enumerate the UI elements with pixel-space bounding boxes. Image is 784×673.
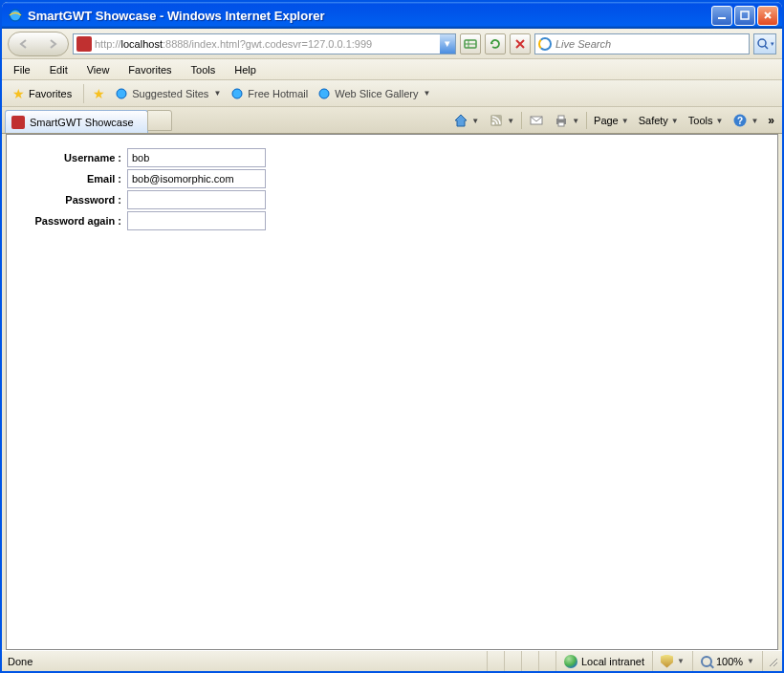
help-icon: ? xyxy=(732,113,748,128)
favorites-bar: ★ Favorites ★ Suggested Sites ▼ Free Hot… xyxy=(2,80,782,107)
svg-point-6 xyxy=(232,89,242,98)
address-bar[interactable]: http://localhost:8888/index.html?gwt.cod… xyxy=(73,33,456,54)
url-rest: :8888/index.html?gwt.codesvr=127.0.0.1:9… xyxy=(163,38,372,50)
menu-view[interactable]: View xyxy=(77,61,120,78)
page-content: Username : Email : Password : Password a… xyxy=(6,134,778,650)
separator xyxy=(586,112,587,129)
svg-point-5 xyxy=(117,89,126,98)
svg-rect-2 xyxy=(741,11,749,19)
shield-icon xyxy=(661,655,673,668)
compat-view-button[interactable] xyxy=(460,33,481,54)
separator xyxy=(83,84,84,103)
read-mail-button[interactable] xyxy=(526,111,547,130)
search-go-button[interactable]: ▾ xyxy=(753,33,776,54)
close-button[interactable] xyxy=(757,6,778,26)
url-host: localhost xyxy=(121,38,163,50)
password-again-label: Password again : xyxy=(12,211,127,227)
chevron-down-icon: ▼ xyxy=(671,117,679,125)
chevron-down-icon: ▼ xyxy=(572,117,579,125)
forward-button[interactable] xyxy=(38,33,67,54)
menu-edit[interactable]: Edit xyxy=(40,61,77,78)
chevron-down-icon: ▼ xyxy=(715,117,723,125)
add-favorite-button[interactable]: ★ xyxy=(89,84,109,103)
password-again-input[interactable] xyxy=(127,211,266,230)
nav-arrows xyxy=(8,32,69,56)
chevron-down-icon: ▼ xyxy=(507,117,514,125)
svg-point-7 xyxy=(319,89,329,98)
resize-grip[interactable] xyxy=(762,651,782,671)
globe-icon xyxy=(564,655,577,668)
site-icon xyxy=(76,36,92,52)
status-bar: Done Local intranet ▼ 100% ▼ xyxy=(2,650,782,671)
free-hotmail[interactable]: Free Hotmail xyxy=(227,85,312,102)
mail-icon xyxy=(529,113,544,128)
stop-button[interactable] xyxy=(510,33,531,54)
favorites-label: Favorites xyxy=(29,88,72,99)
menu-favorites[interactable]: Favorites xyxy=(119,61,181,78)
form-row-username: Username : xyxy=(12,148,772,167)
safety-label: Safety xyxy=(639,115,668,126)
svg-point-9 xyxy=(492,122,495,125)
help-button[interactable]: ? ▼ xyxy=(730,111,761,130)
home-button[interactable]: ▼ xyxy=(450,111,482,130)
address-dropdown[interactable]: ▾ xyxy=(440,34,455,54)
refresh-button[interactable] xyxy=(485,33,506,54)
chevron-down-icon: ▼ xyxy=(751,117,758,125)
tab-bar: SmartGWT Showcase ▼ ▼ ▼ Page ▼ xyxy=(2,107,782,134)
menu-tools[interactable]: Tools xyxy=(182,61,226,78)
star-add-icon: ★ xyxy=(93,86,105,101)
page-menu[interactable]: Page ▼ xyxy=(591,113,632,128)
tab-title: SmartGWT Showcase xyxy=(30,117,134,128)
zoom-value: 100% xyxy=(716,656,743,667)
search-box[interactable]: Live Search xyxy=(534,33,750,54)
maximize-button[interactable] xyxy=(734,6,755,26)
svg-rect-12 xyxy=(558,116,564,119)
titlebar: SmartGWT Showcase - Windows Internet Exp… xyxy=(2,2,782,29)
separator xyxy=(521,112,522,129)
status-text: Done xyxy=(8,656,487,667)
web-slice-gallery[interactable]: Web Slice Gallery ▼ xyxy=(314,85,434,102)
status-zone[interactable]: Local intranet xyxy=(555,651,652,671)
status-cells: Local intranet ▼ 100% ▼ xyxy=(487,651,782,671)
password-input[interactable] xyxy=(127,190,266,209)
status-protected-mode[interactable]: ▼ xyxy=(652,651,692,671)
suggested-sites[interactable]: Suggested Sites ▼ xyxy=(111,85,225,102)
window-buttons xyxy=(711,6,778,26)
username-input[interactable] xyxy=(127,148,266,167)
new-tab-button[interactable] xyxy=(147,110,172,131)
feeds-button[interactable]: ▼ xyxy=(486,111,517,130)
command-bar: ▼ ▼ ▼ Page ▼ Safety ▼ xyxy=(450,111,779,133)
printer-icon xyxy=(554,113,569,128)
tools-menu[interactable]: Tools ▼ xyxy=(686,113,727,128)
menu-file[interactable]: File xyxy=(4,61,40,78)
chevron-down-icon: ▼ xyxy=(213,89,221,98)
overflow-button[interactable]: » xyxy=(765,114,777,127)
username-label: Username : xyxy=(12,148,127,163)
free-hotmail-label: Free Hotmail xyxy=(248,88,308,99)
tab-active[interactable]: SmartGWT Showcase xyxy=(5,110,148,133)
magnifier-icon xyxy=(701,656,712,667)
search-placeholder: Live Search xyxy=(555,38,611,50)
status-empty-1 xyxy=(487,651,504,671)
svg-point-0 xyxy=(10,10,21,21)
home-icon xyxy=(453,113,468,128)
status-empty-3 xyxy=(521,651,538,671)
email-input[interactable] xyxy=(127,169,266,188)
svg-rect-13 xyxy=(558,122,564,126)
minimize-button[interactable] xyxy=(711,6,732,26)
menu-help[interactable]: Help xyxy=(225,61,266,78)
address-text: http://localhost:8888/index.html?gwt.cod… xyxy=(95,38,440,50)
print-button[interactable]: ▼ xyxy=(551,111,582,130)
safety-menu[interactable]: Safety ▼ xyxy=(636,113,682,128)
ie-window: SmartGWT Showcase - Windows Internet Exp… xyxy=(0,0,784,673)
ie-icon xyxy=(230,87,244,100)
status-zoom[interactable]: 100% ▼ xyxy=(692,651,762,671)
tab-favicon xyxy=(11,116,25,129)
tools-label: Tools xyxy=(688,115,713,126)
svg-point-4 xyxy=(758,39,766,47)
ie-icon xyxy=(115,87,128,100)
chevron-down-icon: ▼ xyxy=(423,89,430,98)
favorites-button[interactable]: ★ Favorites xyxy=(6,82,78,105)
back-button[interactable] xyxy=(10,33,38,54)
form-row-password-again: Password again : xyxy=(12,211,772,230)
